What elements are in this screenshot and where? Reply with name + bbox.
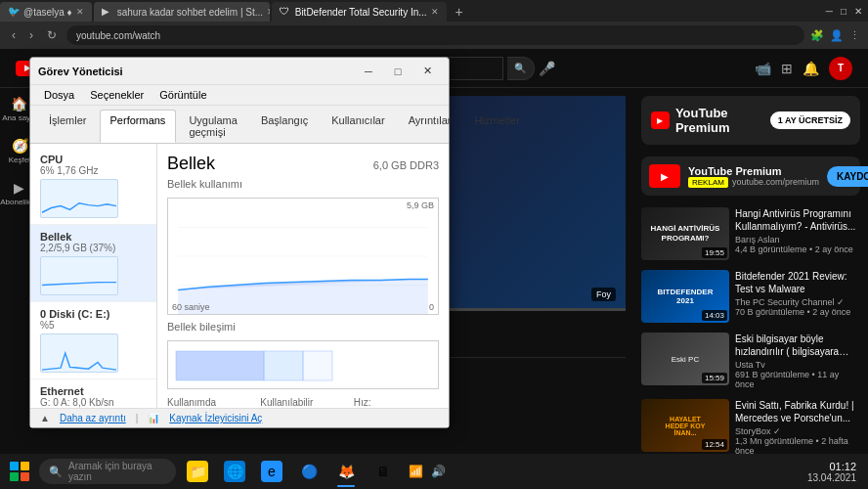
back-button[interactable]: ‹ bbox=[8, 26, 20, 44]
tab-uygulama-gecmisi[interactable]: Uygulama geçmişi bbox=[178, 110, 248, 143]
tab-baslangic[interactable]: Başlangıç bbox=[250, 110, 319, 143]
perf-memory-label: Bellek bbox=[40, 231, 147, 243]
tab-performans[interactable]: Performans bbox=[100, 110, 177, 143]
perf-ethernet[interactable]: Ethernet G: 0 A: 8,0 Kb/sn bbox=[30, 379, 156, 408]
rec-channel-1: Barış Aslan bbox=[735, 235, 860, 244]
windows-search[interactable]: 🔍 Aramak için buraya yazın bbox=[39, 459, 176, 484]
perf-cpu[interactable]: CPU 6% 1,76 GHz bbox=[30, 148, 156, 225]
tab-kullanicilar[interactable]: Kullanıcılar bbox=[321, 110, 395, 143]
start-square-3 bbox=[10, 472, 19, 481]
rec-duration-2: 14:03 bbox=[702, 310, 727, 321]
svg-rect-9 bbox=[303, 351, 332, 380]
premium-sub-icon bbox=[649, 164, 680, 188]
settings-icon[interactable]: ⋮ bbox=[849, 29, 860, 42]
perf-cpu-graph bbox=[40, 179, 118, 218]
explore-icon: 🧭 bbox=[12, 138, 28, 154]
rec-info-3: Eski bilgisayar böyle hızlandırılır ( bi… bbox=[735, 333, 860, 389]
browser-tab-1[interactable]: 🐦 @taselya ♦ ✕ bbox=[0, 2, 92, 22]
sidebar-explore-label: Keşfet bbox=[9, 156, 31, 164]
browser-tab-3[interactable]: 🛡 BitDefender Total Security In... ✕ bbox=[272, 2, 447, 22]
tab3-close[interactable]: ✕ bbox=[431, 7, 439, 17]
extra-icon: 🖥 bbox=[372, 461, 394, 482]
new-tab-button[interactable]: + bbox=[449, 2, 470, 22]
menu-dosya[interactable]: Dosya bbox=[38, 87, 80, 103]
rec-thumb-1: HANGİ ANTİVİRÜSPROGRAMI? 19:55 bbox=[641, 207, 729, 260]
address-input[interactable] bbox=[66, 25, 804, 45]
tab2-close[interactable]: ✕ bbox=[267, 7, 270, 17]
forward-button[interactable]: › bbox=[25, 26, 37, 44]
youtube-recommendations: YouTube Premium 1 AY ÜCRETSİZ YouTube Pr… bbox=[633, 88, 868, 454]
svg-rect-8 bbox=[264, 351, 303, 380]
rec-info-4: Evini Sattı, Fabrika Kurdu! | Mercedes v… bbox=[735, 399, 860, 454]
task-manager-menubar: Dosya Seçenekler Görüntüle bbox=[30, 85, 449, 106]
detail-title: Bellek bbox=[167, 154, 215, 174]
taskbar-app-extra[interactable]: 🖥 bbox=[366, 454, 401, 489]
premium-subscribe-row[interactable]: YouTube Premium REKLAM youtube.com/premi… bbox=[641, 156, 860, 196]
rec-item-3[interactable]: Eski PC 15:59 Eski bilgisayar böyle hızl… bbox=[641, 333, 860, 389]
rec-time-1: 2 ay önce bbox=[815, 244, 853, 254]
minimize-button[interactable]: ─ bbox=[826, 6, 833, 17]
stat-kullanılabilir: Kullanılabilir 3,8 GB bbox=[260, 397, 345, 408]
close-button[interactable]: ✕ bbox=[854, 6, 862, 17]
taskbar-file-explorer[interactable]: 📁 bbox=[180, 454, 215, 489]
tab-islemler[interactable]: İşlemler bbox=[38, 110, 98, 143]
tm-minimize-button[interactable]: ─ bbox=[355, 62, 382, 81]
maximize-button[interactable]: □ bbox=[841, 6, 846, 17]
network-icon[interactable]: 📶 bbox=[409, 465, 423, 478]
rec-item-1[interactable]: HANGİ ANTİVİRÜSPROGRAMI? 19:55 Hangi Ant… bbox=[641, 207, 860, 260]
tm-maximize-button[interactable]: □ bbox=[384, 62, 412, 81]
refresh-button[interactable]: ↻ bbox=[43, 26, 61, 44]
premium-banner[interactable]: YouTube Premium 1 AY ÜCRETSİZ bbox=[641, 96, 860, 145]
user-avatar[interactable]: T bbox=[829, 57, 852, 80]
apps-icon[interactable]: ⊞ bbox=[781, 61, 793, 76]
tab-ayrintilar[interactable]: Ayrıntılar bbox=[398, 110, 462, 143]
tab2-label: sahura kadar sohbet edelim | St... bbox=[117, 7, 263, 18]
profile-icon[interactable]: 👤 bbox=[830, 29, 844, 42]
search-icon: 🔍 bbox=[49, 466, 63, 478]
menu-secenekler[interactable]: Seçenekler bbox=[84, 87, 150, 103]
video-icon[interactable]: 📹 bbox=[755, 61, 771, 76]
tm-close-button[interactable]: ✕ bbox=[413, 62, 441, 81]
sidebar-explore[interactable]: 🧭 Keşfet bbox=[9, 138, 31, 164]
premium-banner-logo: YouTube Premium bbox=[651, 106, 762, 135]
premium-logo-icon bbox=[651, 111, 670, 129]
system-tray: 📶 🔊 bbox=[401, 465, 454, 478]
stat-speed: Hız: bbox=[354, 397, 439, 408]
mic-icon[interactable]: 🎤 bbox=[539, 61, 555, 76]
task-manager-controls: ─ □ ✕ bbox=[355, 62, 441, 81]
browser-tab-2[interactable]: ▶ sahura kadar sohbet edelim | St... ✕ bbox=[94, 2, 270, 22]
perf-disk[interactable]: 0 Diski (C: E:) %5 bbox=[30, 302, 156, 379]
notifications-icon[interactable]: 🔔 bbox=[803, 61, 819, 76]
tab1-close[interactable]: ✕ bbox=[76, 7, 84, 17]
tab-hizmetler[interactable]: Hizmetler bbox=[463, 110, 530, 143]
perf-cpu-sub: 6% 1,76 GHz bbox=[40, 165, 147, 176]
perf-ethernet-label: Ethernet bbox=[40, 385, 147, 397]
chart-min-label: 0 bbox=[429, 302, 434, 312]
chart-time-label: 60 saniye bbox=[172, 302, 210, 312]
kaydol-button[interactable]: KAYDOL bbox=[827, 166, 868, 187]
taskbar-firefox[interactable]: 🦊 bbox=[328, 454, 364, 489]
menu-goruntule[interactable]: Görüntüle bbox=[153, 87, 212, 103]
taskbar-ie[interactable]: e bbox=[254, 454, 289, 489]
rec-meta-4: 1,3 Mn görüntüleme • 2 hafta önce bbox=[735, 436, 860, 454]
perf-cpu-label: CPU bbox=[40, 154, 147, 165]
clock[interactable]: 01:12 13.04.2021 bbox=[807, 461, 864, 483]
footer-resource-icon: 📊 bbox=[148, 413, 159, 423]
rec-item-4[interactable]: HAYALETHEDEF KOYİNAN... 12:54 Evini Satt… bbox=[641, 399, 860, 454]
rec-item-2[interactable]: BITDEFENDER2021 14:03 Bitdefender 2021 R… bbox=[641, 270, 860, 323]
less-detail-link[interactable]: Daha az ayrıntı bbox=[60, 413, 126, 423]
perf-memory[interactable]: Bellek 2,2/5,9 GB (37%) bbox=[30, 225, 156, 302]
volume-icon[interactable]: 🔊 bbox=[431, 465, 446, 478]
perf-ethernet-sub: G: 0 A: 8,0 Kb/sn bbox=[40, 397, 147, 408]
taskbar-edge[interactable]: 🌐 bbox=[217, 454, 252, 489]
youtube-search-button[interactable]: 🔍 bbox=[507, 57, 535, 80]
video-overlay: Foy bbox=[591, 288, 616, 301]
premium-banner-title: YouTube Premium bbox=[675, 106, 762, 135]
taskbar-chrome[interactable]: 🔵 bbox=[291, 454, 326, 489]
firefox-icon: 🦊 bbox=[335, 461, 357, 482]
premium-trial-button[interactable]: 1 AY ÜCRETSİZ bbox=[770, 111, 850, 129]
clock-time: 01:12 bbox=[807, 461, 856, 472]
extensions-icon[interactable]: 🧩 bbox=[810, 29, 824, 42]
start-button[interactable] bbox=[4, 456, 35, 487]
resource-monitor-link[interactable]: Kaynak İzleyicisini Aç bbox=[169, 413, 262, 423]
